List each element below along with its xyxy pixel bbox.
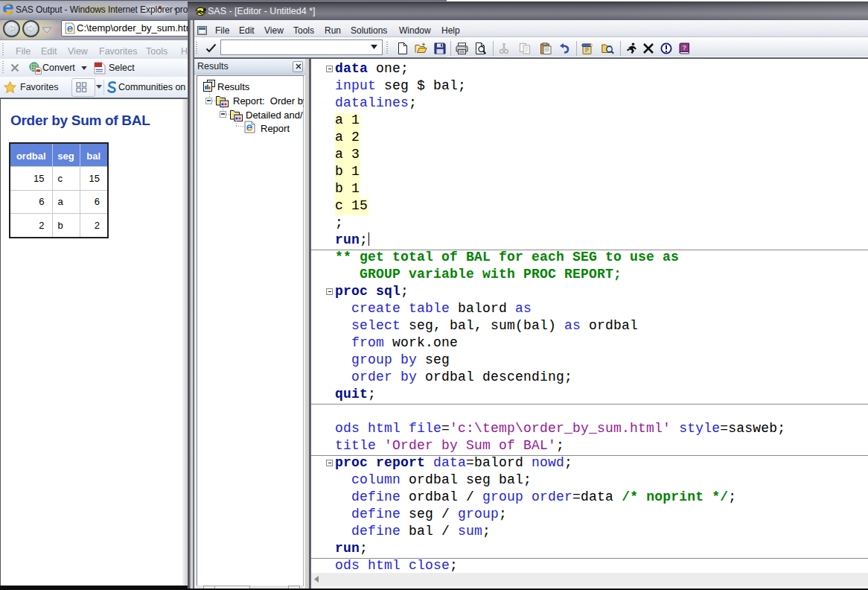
svg-text:?: ? [683, 44, 687, 51]
